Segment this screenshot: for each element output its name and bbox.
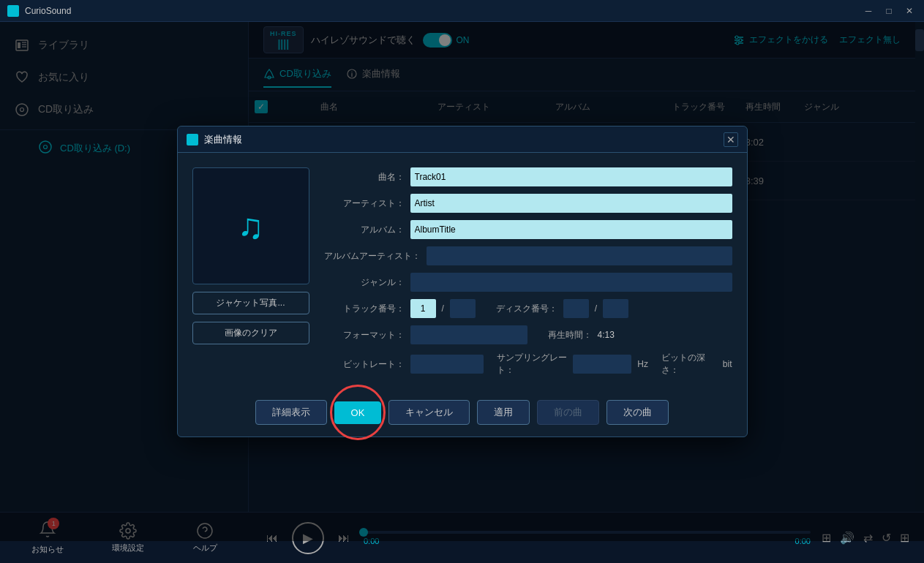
ok-button[interactable]: OK xyxy=(334,401,382,424)
disk-num-input[interactable] xyxy=(563,299,589,318)
nav-settings-label: 環境設定 xyxy=(112,543,144,553)
disk-total-input[interactable] xyxy=(603,299,628,318)
minimize-button[interactable]: ─ xyxy=(861,5,876,17)
modal-title: 楽曲情報 xyxy=(204,133,724,146)
trackname-input[interactable] xyxy=(410,167,732,186)
music-note-large-icon: ♫ xyxy=(238,206,264,246)
genre-input[interactable] xyxy=(410,273,732,292)
form-row-album-artist: アルバムアーティスト： xyxy=(324,246,732,265)
hz-label: Hz xyxy=(637,359,648,369)
jacket-photo-button[interactable]: ジャケット写真... xyxy=(192,292,309,314)
tracknum-label: トラック番号： xyxy=(324,303,405,315)
nav-help-label: ヘルプ xyxy=(193,543,217,553)
trackname-label: 曲名： xyxy=(324,171,405,184)
modal-form: 曲名： アーティスト： アルバム： アルバムアーティスト： xyxy=(324,167,732,377)
track-sep: / xyxy=(442,303,444,314)
album-art: ♫ xyxy=(192,167,309,284)
window-controls: ─ □ ✕ xyxy=(861,5,917,17)
disknum-label: ディスク番号： xyxy=(496,303,557,315)
artist-label: アーティスト： xyxy=(324,197,405,210)
song-info-modal: 楽曲情報 ✕ ♫ ジャケット写真... 画像のクリア 曲名： xyxy=(177,126,748,437)
track-total-input[interactable] xyxy=(450,299,476,318)
sample-label: サンプリングレート： xyxy=(497,352,568,377)
form-row-genre: ジャンル： xyxy=(324,273,732,292)
nav-notifications-label: お知らせ xyxy=(31,544,64,555)
bitrate-label: ビットレート： xyxy=(324,358,405,371)
detail-button[interactable]: 詳細表示 xyxy=(255,400,327,425)
next-track-button[interactable]: 次の曲 xyxy=(606,400,669,425)
bit-depth-label: ビットの深さ： xyxy=(661,352,711,377)
modal-footer: 詳細表示 OK キャンセル 適用 前の曲 次の曲 xyxy=(178,391,747,437)
titlebar: CurioSound ─ □ ✕ xyxy=(0,0,924,22)
album-label: アルバム： xyxy=(324,224,405,236)
modal-titlebar: 楽曲情報 ✕ xyxy=(178,126,747,153)
format-input[interactable] xyxy=(410,325,527,344)
genre-label: ジャンル： xyxy=(324,276,405,289)
disk-sep: / xyxy=(595,303,597,314)
app-title: CurioSound xyxy=(25,6,861,16)
modal-overlay: 楽曲情報 ✕ ♫ ジャケット写真... 画像のクリア 曲名： xyxy=(0,22,924,541)
album-artist-input[interactable] xyxy=(427,246,732,265)
modal-icon xyxy=(187,134,198,146)
cancel-button[interactable]: キャンセル xyxy=(388,400,470,425)
track-num-input[interactable] xyxy=(410,299,436,318)
duration-value: 4:13 xyxy=(598,330,615,340)
app-icon xyxy=(7,5,19,17)
sample-input[interactable] xyxy=(573,355,631,374)
album-input[interactable] xyxy=(410,220,732,239)
form-row-album: アルバム： xyxy=(324,220,732,239)
form-row-bitrate: ビットレート： サンプリングレート： Hz ビットの深さ： bit xyxy=(324,352,732,377)
artist-input[interactable] xyxy=(410,194,732,213)
format-label: フォーマット： xyxy=(324,329,405,341)
modal-art-section: ♫ ジャケット写真... 画像のクリア xyxy=(192,167,309,377)
form-row-artist: アーティスト： xyxy=(324,194,732,213)
form-row-trackname: 曲名： xyxy=(324,167,732,186)
modal-body: ♫ ジャケット写真... 画像のクリア 曲名： アーティスト： xyxy=(178,153,747,391)
prev-track-button[interactable]: 前の曲 xyxy=(537,400,599,425)
album-artist-label: アルバムアーティスト： xyxy=(324,250,421,262)
clear-image-button[interactable]: 画像のクリア xyxy=(192,322,309,344)
bit-unit: bit xyxy=(723,359,732,369)
modal-close-button[interactable]: ✕ xyxy=(724,132,738,147)
bitrate-input[interactable] xyxy=(410,355,484,374)
form-row-tracknum: トラック番号： / ディスク番号： / xyxy=(324,299,732,318)
form-row-format: フォーマット： 再生時間： 4:13 xyxy=(324,325,732,344)
duration-label: 再生時間： xyxy=(548,329,592,341)
close-button[interactable]: ✕ xyxy=(902,5,917,17)
maximize-button[interactable]: □ xyxy=(882,5,896,17)
apply-button[interactable]: 適用 xyxy=(477,400,530,425)
ok-button-wrapper: OK xyxy=(334,401,382,424)
